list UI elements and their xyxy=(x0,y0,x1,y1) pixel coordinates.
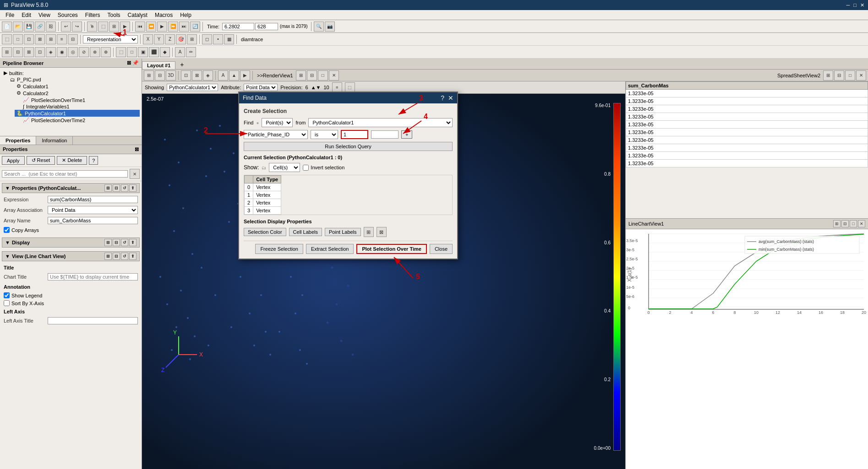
copy-arrays-checkbox[interactable] xyxy=(4,227,10,233)
rv-close[interactable]: ✕ xyxy=(329,70,339,81)
props-pin-icon[interactable]: ⊠ xyxy=(135,146,139,152)
pipeline-pin[interactable]: 📌 xyxy=(132,60,139,66)
ss-btn3[interactable]: □ xyxy=(845,70,855,81)
menu-edit[interactable]: Edit xyxy=(18,11,35,19)
tb3-2[interactable]: ⊟ xyxy=(13,47,23,57)
freeze-btn[interactable]: Freeze Selection xyxy=(255,244,303,254)
search-clear-btn[interactable]: ✕ xyxy=(130,169,140,179)
extract-btn[interactable]: Extract Selection xyxy=(306,244,354,254)
array-assoc-select[interactable]: Point Data Cell Data xyxy=(48,206,138,214)
orient-y[interactable]: Y xyxy=(154,34,164,44)
view-axes2[interactable]: ▲ xyxy=(229,70,239,81)
sel-icon-btn1[interactable]: ⊞ xyxy=(364,227,374,237)
view-cam2[interactable]: ⊠ xyxy=(192,70,202,81)
invert-checkbox[interactable] xyxy=(303,165,309,171)
array-name-input[interactable] xyxy=(48,217,138,224)
showing-select[interactable]: PythonCalculator1 xyxy=(167,84,218,91)
tb3-11[interactable]: ⬚ xyxy=(116,47,126,57)
minimize-btn[interactable]: ─ xyxy=(846,2,850,8)
prop-refresh-btn[interactable]: ↺ xyxy=(121,184,128,192)
chart-btn2[interactable]: ⊟ xyxy=(841,220,849,227)
tree-plotsel2[interactable]: 📈 PlotSelectionOverTime2 xyxy=(21,117,140,124)
tb2-2[interactable]: □ xyxy=(13,34,23,44)
tb3-17[interactable]: ✏ xyxy=(186,47,196,57)
run-query-btn[interactable]: Run Selection Query xyxy=(244,142,453,151)
open-btn[interactable]: 📂 xyxy=(13,22,23,32)
window-controls[interactable]: ─ □ ✕ xyxy=(846,2,864,8)
menu-view[interactable]: View xyxy=(35,11,54,19)
next-frame[interactable]: ⏩ xyxy=(168,22,178,32)
tree-ppic[interactable]: 🗂 P_PIC.pvd xyxy=(8,76,140,83)
view-tb-2[interactable]: ⊟ xyxy=(155,70,165,81)
tb3-9[interactable]: ⊗ xyxy=(90,47,100,57)
delete-button[interactable]: ✕ Delete xyxy=(57,156,87,165)
layout-tab-1[interactable]: Layout #1 xyxy=(142,61,175,69)
view-axes3[interactable]: ▶ xyxy=(240,70,250,81)
tb3-5[interactable]: ◈ xyxy=(46,47,56,57)
sel-cells[interactable]: ▦ xyxy=(224,34,234,44)
modal-help-btn[interactable]: ? xyxy=(441,94,444,102)
chart-title-input[interactable] xyxy=(48,273,138,280)
orient-iso[interactable]: 🎯 xyxy=(176,34,186,44)
tree-calc1[interactable]: ⚙ Calculator1 xyxy=(15,83,140,90)
tb3-16[interactable]: A xyxy=(175,47,185,57)
ss-btn2[interactable]: ⊟ xyxy=(834,70,844,81)
tb2-3[interactable]: ⊡ xyxy=(24,34,34,44)
find-data-dialog[interactable]: Find Data ? ✕ Create Selection Find ● Po… xyxy=(238,92,458,259)
ss-close[interactable]: ✕ xyxy=(856,70,866,81)
prev-frame[interactable]: ⏪ xyxy=(146,22,156,32)
display-collapse[interactable]: ▼ xyxy=(5,240,10,245)
disp-btn3[interactable]: ↺ xyxy=(121,239,128,246)
prop-delete-btn[interactable]: ⬆ xyxy=(129,184,136,192)
view-tb-1[interactable]: ⊞ xyxy=(144,70,154,81)
search-btn[interactable]: 🔍 xyxy=(314,22,324,32)
operator-select[interactable]: is is not > < xyxy=(311,130,338,139)
tb3-3[interactable]: ⊠ xyxy=(24,47,34,57)
view-cam3[interactable]: ◈ xyxy=(203,70,213,81)
view-axes1[interactable]: A xyxy=(218,70,228,81)
menu-catalyst[interactable]: Catalyst xyxy=(124,11,151,19)
ss-exp-btn[interactable]: ⬚ xyxy=(345,82,355,92)
representation-select[interactable]: Representation Surface Wireframe Points xyxy=(83,35,138,43)
tab-properties[interactable]: Properties xyxy=(0,136,36,145)
orient-x[interactable]: X xyxy=(143,34,153,44)
cell-labels-btn[interactable]: Cell Labels xyxy=(289,228,322,236)
expression-input[interactable] xyxy=(48,196,138,203)
show-legend-checkbox[interactable] xyxy=(4,292,10,298)
play-btn[interactable]: ▶ xyxy=(157,22,167,32)
sel-pts[interactable]: • xyxy=(213,34,223,44)
view-btn1[interactable]: ⊞ xyxy=(104,253,112,260)
view-btn2[interactable]: ⊟ xyxy=(113,253,120,260)
loop-btn[interactable]: 🔄 xyxy=(190,22,200,32)
rv-btn1[interactable]: ⊞ xyxy=(296,70,306,81)
view-cam1[interactable]: ⊡ xyxy=(181,70,191,81)
maximize-btn[interactable]: □ xyxy=(853,2,857,8)
layout-add-btn[interactable]: + xyxy=(176,60,187,69)
rv-btn2[interactable]: ⊟ xyxy=(307,70,317,81)
prop-paste-btn[interactable]: ⊟ xyxy=(113,184,120,192)
attribute-select[interactable]: Point Data Cell Data xyxy=(244,84,278,91)
tb3-12[interactable]: □ xyxy=(127,47,137,57)
menu-file[interactable]: File xyxy=(2,11,18,19)
tb2-reset[interactable]: ⊞ xyxy=(187,34,197,44)
undo-btn[interactable]: ↩ xyxy=(61,22,71,32)
tb3-8[interactable]: ⊘ xyxy=(79,47,89,57)
add-condition-btn[interactable]: + xyxy=(401,130,412,139)
tb3-10[interactable]: ⊕ xyxy=(101,47,111,57)
left-axis-title-input[interactable] xyxy=(48,317,138,324)
redo-btn[interactable]: ↪ xyxy=(72,22,82,32)
menu-tools[interactable]: Tools xyxy=(104,11,124,19)
last-frame[interactable]: ⏭ xyxy=(179,22,189,32)
tb3-15[interactable]: ◆ xyxy=(160,47,170,57)
view-btn3[interactable]: ↺ xyxy=(121,253,128,260)
modal-close-btn[interactable]: ✕ xyxy=(448,94,453,102)
view-tb-3D[interactable]: 3D xyxy=(166,70,176,81)
tb3-14[interactable]: ⬛ xyxy=(149,47,159,57)
reset-button[interactable]: ↺ Reset xyxy=(27,156,55,165)
menu-help[interactable]: Help xyxy=(176,11,195,19)
help-button[interactable]: ? xyxy=(89,156,98,165)
sel-icon-btn2[interactable]: ⊠ xyxy=(377,227,387,237)
time-step-input[interactable] xyxy=(255,23,278,30)
tool3[interactable]: ⊞ xyxy=(109,22,119,32)
plot-selection-btn[interactable]: Plot Selection Over Time xyxy=(356,244,426,254)
